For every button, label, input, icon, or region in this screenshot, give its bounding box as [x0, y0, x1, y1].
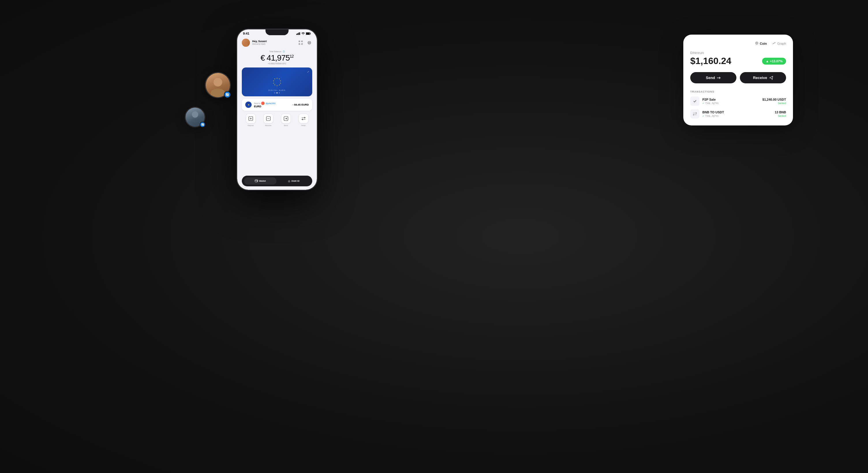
transactions-header: TRANSACTIONS — [690, 90, 786, 93]
balance-currency: € — [260, 53, 265, 62]
svg-point-31 — [756, 43, 757, 44]
digital-euro-card[interactable]: ⤢ ★ ★ ★ ★ ★ ★ ★ — [242, 67, 312, 96]
send-btn-label: Send — [706, 75, 715, 80]
svg-rect-1 — [298, 33, 299, 35]
nav-wallet[interactable]: Wallet — [244, 177, 276, 185]
tx-2-value: 13 BNB — [775, 111, 786, 114]
balance-info-icon: ⓘ — [283, 51, 285, 53]
p2p-icon — [692, 99, 698, 104]
nav-didit[interactable]: ◎ Didit ID — [278, 177, 310, 185]
tx-1-right: $1,240.00 USDT Sented — [763, 98, 786, 105]
svg-rect-7 — [302, 41, 303, 42]
card-label: DIGITAL EURO — [247, 89, 307, 91]
tx-currency: EURD — [254, 105, 290, 108]
swap-button[interactable] — [299, 114, 308, 123]
settings-button[interactable] — [306, 40, 312, 45]
detail-send-button[interactable]: Send — [690, 72, 736, 83]
svg-rect-6 — [299, 41, 300, 42]
avatar-badge-2: 🔄 — [200, 122, 206, 127]
tx-2-id: ✓ TX6...hj7Yc — [702, 115, 724, 117]
signal-icon — [297, 32, 300, 35]
graph-tab-icon — [773, 41, 776, 45]
deposit-button[interactable] — [246, 114, 256, 123]
send-btn-icon — [717, 76, 721, 80]
tab-coin[interactable]: Coin — [755, 41, 767, 45]
dynamic-island — [271, 32, 283, 34]
svg-rect-29 — [257, 181, 258, 181]
svg-text:★: ★ — [280, 82, 281, 84]
bottom-nav[interactable]: Wallet ◎ Didit ID — [242, 176, 312, 186]
balance-cents: 12 — [290, 54, 294, 59]
action-receive[interactable]: Receive — [264, 114, 273, 126]
tx-2-check: ✓ — [702, 115, 704, 117]
price-badge-text: +13.07% — [770, 59, 783, 63]
transaction-item[interactable]: ★ Sent to @julia2001 EURD - 84.45 EURD — [242, 99, 312, 111]
svg-text:★: ★ — [273, 80, 274, 82]
tab-graph[interactable]: Graph — [773, 41, 786, 45]
price-badge: ▲ +13.07% — [762, 58, 786, 65]
tx-1-check: ✓ — [702, 102, 704, 105]
card-dot-3 — [279, 92, 280, 93]
tx-icon: ★ — [245, 101, 252, 108]
graph-tab-label: Graph — [777, 42, 786, 45]
svg-text:★: ★ — [274, 84, 276, 86]
coin-tab-label: Coin — [760, 42, 767, 45]
tx-username: @julia2001 — [266, 102, 276, 104]
transaction-row-2[interactable]: BNB TO USDT ✓ TX6...hj7Yc 13 BNB Sented — [690, 109, 786, 119]
card-dots — [247, 92, 307, 93]
avatar-badge-1: 🔄 — [224, 91, 231, 98]
wallet-nav-label: Wallet — [259, 180, 266, 182]
svg-point-11 — [309, 42, 310, 43]
action-swap[interactable]: Swap — [299, 114, 308, 126]
card-dot-2 — [276, 92, 278, 93]
svg-rect-8 — [299, 43, 300, 45]
actions-section: Deposit Receive — [237, 114, 317, 126]
coin-price-row: $1,160.24 ▲ +13.07% — [690, 56, 786, 66]
coin-icon — [755, 41, 758, 45]
wifi-icon — [302, 32, 305, 35]
status-icons — [297, 32, 311, 35]
send-label: Send — [284, 125, 288, 126]
transactions-list: P2P Sale ✓ TX6...hj7Yc $1,240.00 USDT Se… — [690, 97, 786, 119]
balance-btc: +0.0682795589 BTC — [242, 63, 312, 65]
scene: 🔄 🔄 9:41 — [0, 0, 868, 473]
header-right[interactable] — [298, 40, 312, 45]
greeting-container: Hey, Susan! Welcome back — [252, 40, 267, 45]
transaction-row-1[interactable]: P2P Sale ✓ TX6...hj7Yc $1,240.00 USDT Se… — [690, 97, 786, 106]
action-deposit[interactable]: Deposit — [246, 114, 256, 126]
settings-icon — [307, 41, 311, 45]
detail-tabs[interactable]: Coin Graph — [690, 41, 786, 45]
svg-text:★: ★ — [279, 84, 280, 86]
balance-label-text: Total Balance — [269, 51, 281, 53]
tx-2-name: BNB TO USDT — [702, 111, 724, 114]
detail-actions[interactable]: Send Receive — [690, 72, 786, 83]
svg-text:★: ★ — [276, 77, 278, 79]
avatar-img — [242, 39, 250, 47]
tx-amount: - 84.45 EURD — [292, 103, 309, 106]
receive-icon — [266, 116, 271, 121]
card-dot-1 — [274, 92, 275, 93]
status-time: 9:41 — [243, 32, 249, 35]
action-send[interactable]: Send — [281, 114, 291, 126]
scan-button[interactable] — [298, 40, 304, 45]
detail-card: Coin Graph Ethereum $1,160.24 ▲ +13.07% — [683, 35, 793, 125]
tx-details: Sent to @julia2001 EURD — [254, 101, 290, 108]
svg-rect-0 — [297, 34, 297, 35]
detail-receive-button[interactable]: Receive — [740, 72, 786, 83]
svg-point-10 — [308, 41, 311, 44]
tx-1-value: $1,240.00 USDT — [763, 98, 786, 101]
tx-1-name: P2P Sale — [702, 98, 719, 101]
svg-rect-5 — [306, 33, 310, 35]
send-button[interactable] — [281, 114, 291, 123]
phone-inner: 9:41 — [237, 29, 317, 190]
svg-point-30 — [755, 42, 758, 44]
receive-button[interactable] — [264, 114, 273, 123]
phone-header: Hey, Susan! Welcome back — [237, 36, 317, 48]
transaction-section: ★ Sent to @julia2001 EURD - 84.45 EURD — [237, 99, 317, 111]
tx-2-right: 13 BNB Sented — [775, 111, 786, 117]
tx-1-info: P2P Sale ✓ TX6...hj7Yc — [702, 98, 719, 105]
tx-2-status: Sented — [778, 115, 786, 117]
scan-icon — [299, 41, 303, 45]
deposit-label: Deposit — [248, 125, 253, 126]
tx-row-1-left: P2P Sale ✓ TX6...hj7Yc — [690, 97, 719, 106]
